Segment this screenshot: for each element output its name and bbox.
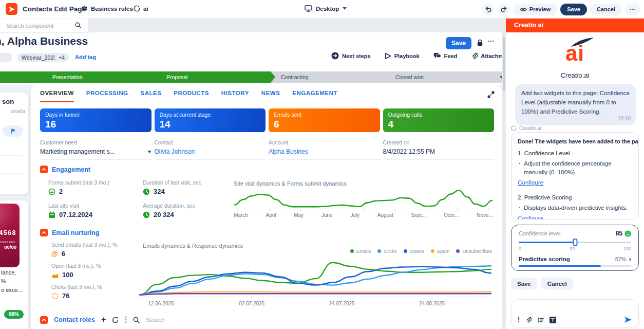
field-value[interactable]: Alpha Busines xyxy=(269,148,380,155)
business-rules-button[interactable]: Business rules xyxy=(81,5,133,12)
tab-sales[interactable]: SALES xyxy=(140,90,161,102)
record-save-button[interactable]: Save xyxy=(446,37,471,49)
canvas-gutter xyxy=(88,18,506,32)
save-button-top[interactable]: Save xyxy=(560,4,587,15)
tab-processing[interactable]: PROCESSING xyxy=(86,90,128,102)
configure-link-1[interactable]: Configure xyxy=(518,179,543,186)
x-tick: 02.07.2025 xyxy=(239,301,264,306)
funnel-stage-presentation[interactable]: Presentation xyxy=(42,71,165,83)
collapse-section-icon[interactable] xyxy=(40,316,48,324)
funnel-stage-contracting[interactable]: Contracting xyxy=(271,71,394,83)
add-tag-button[interactable]: Add tag xyxy=(75,54,96,60)
field-value-text[interactable]: Alpha Busines xyxy=(269,148,308,155)
send-icon[interactable] xyxy=(624,316,632,323)
funnel-stage-closed-won[interactable]: Closed won xyxy=(385,71,512,83)
device-selector[interactable]: Desktop xyxy=(305,5,347,12)
stat-clicks-last-3-mo: Clicks (last 3 mo.), %76 xyxy=(51,284,117,300)
collapse-section-icon[interactable] xyxy=(40,229,48,236)
record-more-button[interactable]: ··· xyxy=(488,37,495,45)
section-engagement[interactable]: Engagement xyxy=(40,166,90,173)
chat-input[interactable]: ! xyxy=(511,299,639,328)
x-tick: 24.07.2025 xyxy=(329,301,355,306)
legend-opens[interactable]: Opens xyxy=(404,248,424,254)
undo-button[interactable] xyxy=(482,3,495,15)
stat-number: 6 xyxy=(62,250,65,258)
contact-profile-card: son anada xyxy=(0,93,28,194)
metric-value: 14 xyxy=(160,119,261,130)
flag-button[interactable] xyxy=(3,125,23,137)
confidence-slider[interactable] xyxy=(519,242,631,243)
field-value[interactable]: 8/4/2022 12:55 PM xyxy=(383,148,495,155)
funnel-stage-proposal[interactable]: Proposal xyxy=(156,71,280,83)
email-chart-title: Emails dynamics & Response dynamics xyxy=(143,243,243,249)
email-stats: Send emails (last 3 mo.), %@6Open (last … xyxy=(51,242,117,305)
refresh-icon[interactable] xyxy=(112,317,119,323)
stat-number: 324 xyxy=(154,188,165,195)
add-icon[interactable]: + xyxy=(101,316,106,324)
stat-label: Open (last 3 mo.), % xyxy=(51,263,117,269)
series-unsubscribes xyxy=(140,294,491,295)
section-email-nurturing[interactable]: Email nurturing xyxy=(40,229,99,236)
response-item-title: 1. Confidence Level xyxy=(518,150,632,156)
field-row: Customer needMarketing management s...Co… xyxy=(40,139,494,160)
legend-emails[interactable]: Emails xyxy=(350,248,371,254)
legend-label: Emails xyxy=(356,248,371,254)
legend-spam[interactable]: Spam xyxy=(431,248,450,254)
field-value[interactable]: Marketing management s... xyxy=(40,148,151,155)
search-icon[interactable] xyxy=(133,317,140,323)
tab-overview[interactable]: OVERVIEW xyxy=(40,90,74,102)
tag-partial[interactable] xyxy=(0,53,12,62)
attach-icon[interactable] xyxy=(525,317,532,323)
legend-clicks[interactable]: Clicks xyxy=(377,248,396,254)
tab-news[interactable]: NEWS xyxy=(261,90,280,102)
lock-icon[interactable] xyxy=(477,39,483,46)
text-format-icon[interactable] xyxy=(550,317,556,323)
tab-products[interactable]: PRODUCTS xyxy=(174,90,209,102)
stat-value: @6 xyxy=(51,250,117,258)
contact-roles-search[interactable]: Search xyxy=(146,317,164,323)
component-search-input[interactable] xyxy=(5,20,74,31)
x-tick: March xyxy=(234,212,248,218)
field-value-text[interactable]: Olivia Johnson xyxy=(155,148,195,155)
stat-value: 2 xyxy=(48,188,143,195)
chevron-right-icon[interactable]: › xyxy=(629,255,631,262)
creatio-logo[interactable] xyxy=(6,3,17,15)
card-expiry: 00/00 xyxy=(4,244,16,250)
preview-button[interactable]: Preview xyxy=(513,4,558,15)
attachments-icon xyxy=(471,52,478,60)
contact-name-fragment: son xyxy=(2,98,14,105)
stage-label: Presentation xyxy=(52,74,83,80)
metric-label: Emails sent xyxy=(274,112,375,118)
engagement-stats: Forms submit (last 3 mo.)2Duration of la… xyxy=(48,179,201,218)
search-icon[interactable] xyxy=(75,22,81,28)
slider-handle[interactable] xyxy=(573,239,577,246)
action-label: Feed xyxy=(444,53,458,59)
panel-cancel-button[interactable]: Cancel xyxy=(541,278,573,289)
collapse-section-icon[interactable] xyxy=(40,166,48,173)
configure-link-2[interactable]: Configure xyxy=(518,215,543,220)
more-button-top[interactable]: ··· xyxy=(625,4,640,15)
preview-eye-icon xyxy=(520,7,527,12)
cancel-button-top[interactable]: Cancel xyxy=(590,4,622,15)
action-next-steps[interactable]: Next steps xyxy=(331,52,371,60)
action-playbook[interactable]: Playbook xyxy=(385,52,420,60)
field-value[interactable]: Olivia Johnson xyxy=(155,148,266,155)
expand-icon[interactable] xyxy=(487,91,495,98)
legend-unsubscribes[interactable]: Unsubscribes xyxy=(456,248,492,254)
redo-button[interactable] xyxy=(498,3,510,15)
stat-send-emails-last-3-mo: Send emails (last 3 mo.), %@6 xyxy=(51,242,117,258)
prompt-improve-icon[interactable]: ! xyxy=(518,316,520,323)
panel-save-button[interactable]: Save xyxy=(511,278,537,289)
contact-roles-header[interactable]: Contact roles xyxy=(54,316,95,323)
chevron-down-icon[interactable] xyxy=(147,151,151,153)
template-icon[interactable] xyxy=(537,317,544,323)
ai-button[interactable]: ai xyxy=(134,5,148,12)
field-value-text[interactable]: Marketing management s... xyxy=(40,148,115,155)
scrollbar-thumb[interactable] xyxy=(503,37,505,91)
tab-engagement[interactable]: ENGAGEMENT xyxy=(292,90,337,102)
kebab-icon[interactable] xyxy=(125,316,127,323)
action-feed[interactable]: Feed xyxy=(433,52,458,60)
tab-history[interactable]: HISTORY xyxy=(221,90,249,102)
tag-more-count[interactable]: +4 xyxy=(54,53,69,62)
legend-dot xyxy=(350,249,354,253)
